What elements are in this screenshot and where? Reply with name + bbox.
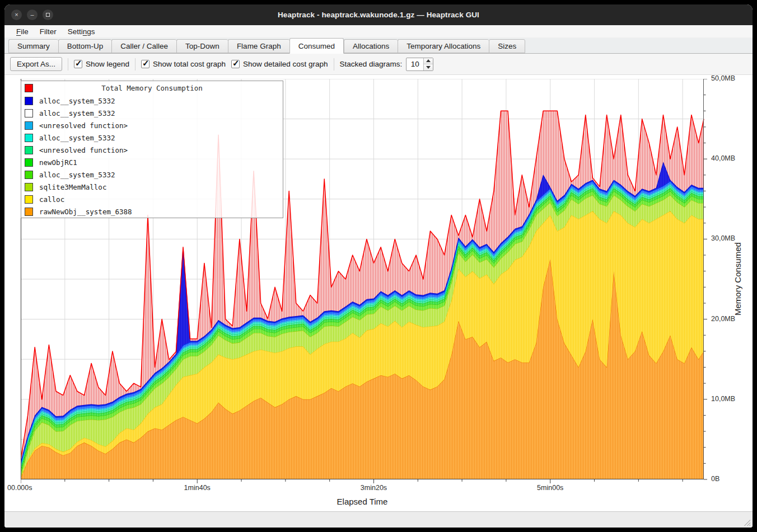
checkbox-label: Show detailed cost graph [243, 60, 328, 68]
window-title: Heaptrack - heaptrack.wakunode.1.gz — He… [4, 11, 753, 19]
legend-swatch [25, 146, 33, 154]
tab-caller-callee[interactable]: Caller / Callee [111, 39, 176, 53]
toolbar-separator [68, 58, 68, 70]
menu-file[interactable]: File [11, 26, 34, 37]
legend-row: alloc__system_5332 [21, 168, 283, 181]
toolbar-separator [135, 58, 135, 70]
stacked-diagrams-control: Stacked diagrams: 10 [340, 58, 434, 71]
y-tick-label: 0B [711, 475, 719, 483]
legend-row: alloc__system_5332 [21, 95, 283, 107]
minimize-button[interactable]: – [27, 10, 38, 20]
maximize-button[interactable] [43, 10, 53, 20]
x-tick-label: 3min20s [348, 484, 399, 492]
tab-allocations[interactable]: Allocations [344, 39, 398, 53]
y-axis-title: Memory Consumed [730, 79, 745, 479]
stacked-diagrams-decrement[interactable] [424, 64, 433, 70]
legend-swatch [25, 208, 33, 216]
x-tick-label: 00.000s [7, 484, 58, 492]
checkbox-show-total-cost-graph[interactable]: ✓Show total cost graph [141, 60, 226, 68]
legend-label: newObjRC1 [39, 158, 77, 167]
stacked-diagrams-increment[interactable] [424, 58, 433, 64]
legend-label: alloc__system_5332 [39, 171, 115, 179]
consumed-chart-region: Total Memory Consumptionalloc__system_53… [4, 75, 753, 511]
legend-row: calloc [21, 193, 283, 205]
stacked-diagrams-label: Stacked diagrams: [340, 60, 403, 68]
legend-swatch [25, 121, 33, 130]
legend-row: sqlite3MemMalloc [21, 181, 283, 193]
legend-label: alloc__system_5332 [39, 97, 115, 105]
checkbox-show-legend[interactable]: ✓Show legend [74, 60, 129, 68]
legend-row: <unresolved function> [21, 144, 283, 156]
screenshot-background: ×– Heaptrack - heaptrack.wakunode.1.gz —… [0, 0, 757, 532]
maximize-icon [46, 13, 50, 17]
checkmark-icon: ✓ [142, 58, 149, 68]
menu-filter[interactable]: Filter [35, 26, 62, 37]
tab-temporary-allocations[interactable]: Temporary Allocations [398, 39, 489, 53]
tab-consumed[interactable]: Consumed [289, 38, 344, 54]
x-tick-label: 5min00s [525, 484, 576, 492]
checkmark-icon: ✓ [75, 58, 82, 68]
legend-row: Total Memory Consumption [21, 81, 283, 95]
tab-bottom-up[interactable]: Bottom-Up [58, 39, 112, 53]
export-as-button[interactable]: Export As... [10, 57, 62, 71]
legend-label: rawNewObj__system_6388 [39, 208, 132, 216]
window-controls: ×– [11, 10, 53, 20]
legend-title: Total Memory Consumption [21, 84, 283, 92]
legend-swatch [25, 195, 33, 204]
legend-label: alloc__system_5332 [39, 134, 115, 142]
legend-row: newObjRC1 [21, 156, 283, 168]
legend-label: sqlite3MemMalloc [39, 183, 106, 191]
tab-flame-graph[interactable]: Flame Graph [228, 39, 289, 53]
legend-label: <unresolved function> [39, 121, 128, 130]
legend-label: <unresolved function> [39, 146, 128, 154]
checkbox-label: Show total cost graph [153, 60, 226, 68]
statusbar [4, 511, 753, 528]
legend-label: calloc [39, 195, 64, 204]
chart-legend: Total Memory Consumptionalloc__system_53… [21, 81, 283, 218]
tab-top-down[interactable]: Top-Down [176, 39, 228, 53]
tab-sizes[interactable]: Sizes [489, 39, 525, 53]
tabbar: SummaryBottom-UpCaller / CalleeTop-DownF… [4, 38, 753, 54]
checkmark-icon: ✓ [232, 58, 240, 68]
legend-swatch [25, 97, 33, 105]
checkbox-box: ✓ [141, 60, 149, 68]
down-arrow-icon [426, 66, 431, 69]
legend-swatch [25, 171, 33, 179]
legend-swatch [25, 134, 33, 142]
checkbox-show-detailed-cost-graph[interactable]: ✓Show detailed cost graph [231, 60, 328, 68]
legend-swatch [25, 183, 33, 191]
resize-grip[interactable] [742, 518, 750, 526]
menubar: FileFilterSettings [4, 25, 753, 38]
tab-summary[interactable]: Summary [8, 39, 58, 53]
x-axis-title: Elapsed Time [21, 497, 704, 506]
stacked-diagrams-value[interactable]: 10 [406, 58, 423, 70]
spin-buttons [423, 58, 433, 70]
up-arrow-icon [426, 59, 431, 62]
toolbar: Export As... ✓Show legend ✓Show total co… [4, 54, 753, 75]
legend-swatch [25, 158, 33, 167]
legend-swatch [25, 109, 33, 117]
titlebar: ×– Heaptrack - heaptrack.wakunode.1.gz —… [4, 4, 753, 25]
menu-settings[interactable]: Settings [63, 26, 100, 37]
legend-row: alloc__system_5332 [21, 131, 283, 144]
legend-row: <unresolved function> [21, 119, 283, 131]
checkbox-box: ✓ [74, 60, 82, 68]
heaptrack-window: ×– Heaptrack - heaptrack.wakunode.1.gz —… [4, 4, 753, 528]
legend-row: rawNewObj__system_6388 [21, 205, 283, 218]
legend-row: alloc__system_5332 [21, 107, 283, 119]
legend-label: alloc__system_5332 [39, 109, 115, 117]
toolbar-separator [334, 58, 334, 70]
x-tick-label: 1min40s [172, 484, 222, 492]
checkbox-box: ✓ [231, 60, 240, 68]
checkbox-label: Show legend [86, 60, 129, 68]
stacked-diagrams-spinbox: 10 [406, 58, 433, 71]
close-button[interactable]: × [11, 10, 22, 20]
